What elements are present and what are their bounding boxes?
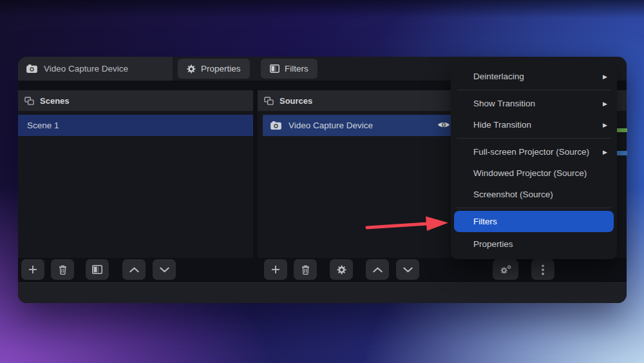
kebab-menu-icon[interactable] [531, 259, 554, 280]
add-source-button[interactable] [264, 259, 287, 280]
submenu-arrow-icon: ▶ [603, 101, 607, 107]
source-list-item[interactable]: Video Capture Device [263, 115, 480, 136]
menu-item-fullscreen-projector[interactable]: Full-screen Projector (Source) ▶ [451, 141, 617, 162]
move-scene-down-button[interactable] [153, 259, 176, 280]
scenes-list: Scene 1 [18, 111, 253, 258]
selected-source-label: Video Capture Device [44, 64, 128, 74]
remove-source-button[interactable] [294, 259, 317, 280]
add-scene-button[interactable] [21, 259, 44, 280]
visibility-eye-icon[interactable] [437, 120, 450, 130]
submenu-arrow-icon: ▶ [603, 74, 607, 80]
sources-panel-title: Sources [279, 96, 312, 106]
camera-icon [26, 64, 37, 73]
meter-bar-blue [617, 151, 627, 155]
menu-item-show-transition[interactable]: Show Transition ▶ [451, 93, 617, 114]
properties-button[interactable]: Properties [178, 59, 250, 79]
remove-scene-button[interactable] [51, 259, 74, 280]
menu-separator [457, 138, 611, 139]
move-source-up-button[interactable] [366, 259, 389, 280]
source-context-menu: Deinterlacing ▶ Show Transition ▶ Hide T… [451, 61, 617, 259]
source-properties-button[interactable] [330, 259, 353, 280]
window-footer [18, 281, 627, 303]
scene-list-item[interactable]: Scene 1 [18, 115, 253, 136]
desktop-background: Video Capture Device Properties [0, 0, 644, 363]
properties-button-label: Properties [201, 64, 241, 74]
toolbar-divider [485, 258, 486, 281]
advanced-audio-gear-icon[interactable] [493, 259, 518, 280]
menu-separator [457, 208, 611, 208]
scenes-panel-title: Scenes [40, 96, 70, 106]
gear-icon [187, 64, 196, 74]
move-scene-up-button[interactable] [122, 259, 146, 280]
submenu-arrow-icon: ▶ [603, 122, 607, 128]
sources-icon [264, 97, 274, 105]
scenes-icon [24, 97, 34, 105]
source-item-label: Video Capture Device [289, 121, 373, 130]
menu-item-filters[interactable]: Filters [454, 211, 614, 232]
selected-source-chip: Video Capture Device [18, 57, 173, 81]
filter-icon [270, 64, 279, 73]
annotation-arrow [361, 211, 457, 237]
scenes-panel-header: Scenes [18, 90, 253, 111]
menu-item-deinterlacing[interactable]: Deinterlacing ▶ [451, 66, 617, 87]
filters-button[interactable]: Filters [261, 59, 317, 79]
menu-item-screenshot[interactable]: Screenshot (Source) [451, 184, 617, 205]
scene-item-label: Scene 1 [27, 121, 59, 130]
camera-icon [270, 121, 281, 130]
menu-separator [457, 90, 611, 90]
menu-item-hide-transition[interactable]: Hide Transition ▶ [451, 114, 617, 135]
move-source-down-button[interactable] [396, 259, 419, 280]
menu-item-windowed-projector[interactable]: Windowed Projector (Source) [451, 162, 617, 184]
filters-button-label: Filters [285, 64, 308, 74]
scene-filters-button[interactable] [86, 259, 109, 280]
menu-item-properties[interactable]: Properties [451, 233, 617, 255]
submenu-arrow-icon: ▶ [603, 149, 607, 155]
meter-bar-green [617, 128, 627, 132]
